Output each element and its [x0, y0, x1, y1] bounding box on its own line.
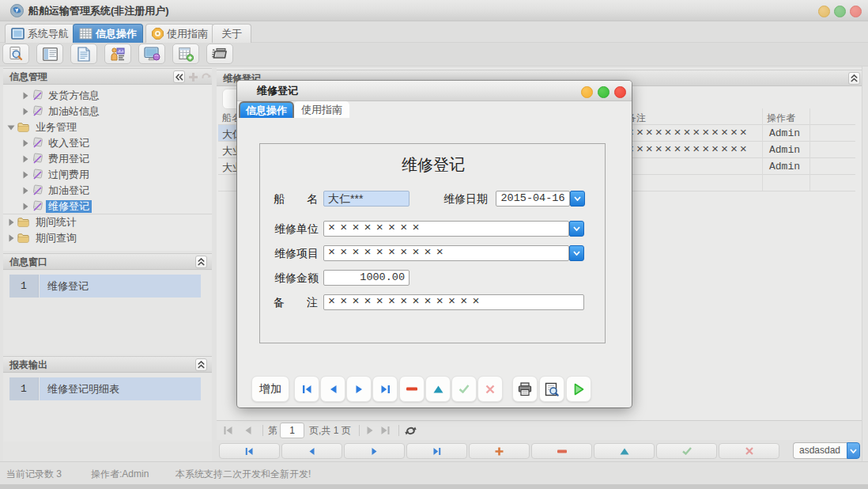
arrow-right-icon[interactable] [7, 234, 15, 242]
tree-item-gas-station-info[interactable]: 加油站信息 [3, 104, 212, 119]
ship-name-label: 船 名 [274, 192, 318, 207]
tree-item-period-query[interactable]: 期间查询 [3, 230, 212, 246]
run-button[interactable] [566, 376, 591, 402]
prev-record-button[interactable] [320, 376, 345, 402]
remark-input[interactable]: ××××××××××××× [323, 294, 584, 310]
date-dropdown-button[interactable] [570, 191, 585, 207]
nav-last-button[interactable] [406, 443, 467, 459]
tree-item-period-statistics[interactable]: 期间统计 [3, 214, 212, 230]
add-icon[interactable] [188, 72, 198, 82]
page-suffix-label: 页,共 1 页 [309, 424, 351, 437]
minus-icon [557, 449, 567, 453]
nav-insert-button[interactable] [469, 443, 530, 459]
tree-item-income-register[interactable]: 收入登记 [3, 135, 212, 151]
last-page-icon[interactable] [379, 425, 391, 436]
cell-operator-2[interactable]: Admin [769, 144, 800, 156]
collapse-up-button[interactable] [195, 256, 207, 268]
page-number-input[interactable]: 1 [280, 423, 304, 438]
arrow-right-icon[interactable] [21, 155, 29, 163]
nav-edit-button[interactable] [594, 443, 655, 459]
dialog-maximize-button[interactable] [598, 86, 609, 98]
repair-amount-input[interactable]: 1000.00 [323, 270, 409, 286]
nav-post-button[interactable] [656, 443, 717, 459]
next-record-icon [355, 385, 364, 394]
arrow-right-icon[interactable] [21, 171, 29, 179]
window-minimize-button[interactable] [818, 6, 830, 17]
nav-delete-button[interactable] [531, 443, 592, 459]
first-page-icon[interactable] [223, 425, 234, 436]
arrow-right-icon[interactable] [21, 187, 29, 195]
print-preview-button[interactable] [539, 376, 564, 402]
toolbar-monitor-button[interactable] [138, 44, 165, 64]
first-record-button[interactable] [294, 376, 319, 402]
window-maximize-button[interactable] [834, 6, 846, 17]
arrow-right-icon[interactable] [21, 139, 29, 147]
chevron-down-icon [574, 196, 581, 201]
tab-system-navigation[interactable]: 系统导航 [5, 24, 75, 43]
collapse-up-button[interactable] [848, 72, 860, 85]
repair-unit-input[interactable]: ×××××××× [323, 221, 569, 237]
arrow-right-icon[interactable] [7, 218, 15, 226]
nav-next-button[interactable] [344, 443, 405, 459]
repair-date-input[interactable]: 2015-04-16 [496, 191, 570, 207]
arrow-right-icon[interactable] [21, 203, 29, 210]
collapse-up-button[interactable] [195, 358, 207, 371]
print-button[interactable] [512, 376, 538, 402]
cell-remark-2[interactable]: ××××××××××××× [627, 143, 749, 157]
dialog-tab-user-guide[interactable]: 使用指南 [294, 101, 349, 118]
toolbar-printer-panel-button[interactable] [206, 44, 233, 64]
cell-remark-1[interactable]: ××××××××××××× [627, 127, 749, 140]
refresh-icon[interactable] [201, 72, 211, 82]
toolbar-search-button[interactable] [2, 44, 29, 64]
next-page-icon[interactable] [364, 425, 376, 436]
form-title: 维修登记 [260, 154, 606, 176]
repair-date-label: 维修日期 [443, 192, 488, 207]
toolbar-report-button[interactable] [36, 44, 63, 64]
arrow-right-icon[interactable] [21, 108, 29, 116]
arrow-right-icon[interactable] [21, 92, 29, 100]
dialog-close-button[interactable] [614, 86, 626, 98]
nav-cancel-button[interactable] [719, 443, 779, 459]
nav-first-button[interactable] [219, 443, 280, 459]
tree-item-shipper-info[interactable]: 发货方信息 [3, 88, 212, 104]
tree-item-business-management[interactable]: 业务管理 [3, 119, 212, 135]
cross-icon [745, 447, 753, 455]
toolbar-user-chart-button[interactable] [104, 44, 131, 64]
tab-information-operation[interactable]: 信息操作 [73, 24, 143, 43]
dialog-tab-information-operation[interactable]: 信息操作 [239, 101, 294, 118]
delete-record-button[interactable] [399, 376, 425, 402]
tab-about[interactable]: 关于 [212, 24, 251, 43]
ship-name-input[interactable]: 大仁*** [323, 191, 409, 207]
toolbar-document-button[interactable] [70, 44, 97, 64]
tree-item-expense-register[interactable]: 费用登记 [3, 151, 212, 167]
combo-dropdown-button[interactable] [847, 442, 860, 459]
prev-page-icon[interactable] [243, 425, 254, 436]
check-icon [459, 385, 470, 393]
tree-item-lock-fee[interactable]: 过闸费用 [3, 167, 212, 183]
cancel-record-button[interactable] [477, 376, 503, 402]
list-item-label: 维修登记明细表 [40, 377, 201, 400]
next-record-button[interactable] [346, 376, 372, 402]
cell-operator-3[interactable]: Admin [769, 161, 800, 172]
tree-item-repair-register[interactable]: 维修登记 [3, 199, 212, 214]
add-button[interactable]: 增加 [251, 376, 289, 402]
post-record-button[interactable] [451, 376, 477, 402]
unit-dropdown-button[interactable] [569, 221, 584, 237]
collapse-left-button[interactable] [173, 70, 185, 83]
tab-user-guide[interactable]: 使用指南 [145, 24, 214, 43]
last-record-button[interactable] [372, 376, 398, 402]
dialog-minimize-button[interactable] [581, 86, 593, 98]
refresh-icon[interactable] [405, 425, 417, 437]
arrow-down-icon[interactable] [7, 123, 15, 131]
edit-record-button[interactable] [425, 376, 451, 402]
repair-item-input[interactable]: ×××××××××× [323, 245, 569, 261]
item-dropdown-button[interactable] [569, 245, 584, 261]
tree-item-refuel-register[interactable]: 加油登记 [3, 183, 212, 199]
monitor-sphere-icon [144, 47, 160, 61]
nav-prev-button[interactable] [281, 443, 342, 459]
cell-operator-1[interactable]: Admin [769, 127, 800, 139]
bottom-combo-input[interactable]: asdasdad [793, 442, 847, 459]
column-header-operator[interactable]: 操作者 [767, 112, 795, 125]
toolbar-table-add-button[interactable] [172, 44, 199, 64]
window-close-button[interactable] [850, 6, 862, 17]
